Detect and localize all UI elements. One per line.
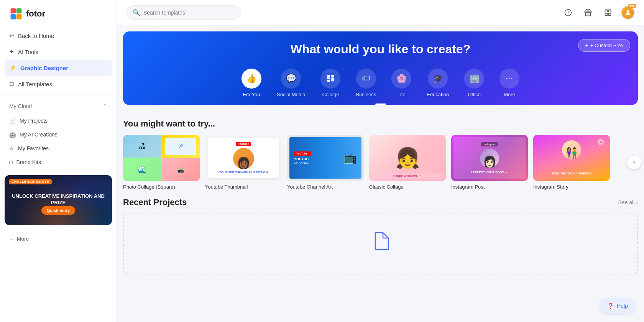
social-media-icon: 💬 bbox=[281, 69, 301, 89]
recent-projects-header: Recent Projects See all › bbox=[123, 197, 638, 207]
template-card-instagram-story[interactable]: 👫 ENGAGE YOUR AUDIENCE 🌸 Instagram Story bbox=[533, 135, 610, 190]
hero-cat-education[interactable]: 🎓 Education bbox=[419, 66, 457, 104]
template-img-youtube-thumbnail: YouTube 👩🏾 YOUTUBE THUMBNAILS DESIGN bbox=[205, 135, 282, 181]
template-label-photo-collage: Photo Collage (Square) bbox=[123, 184, 200, 190]
active-indicator-dot bbox=[375, 104, 386, 105]
search-icon: 🔍 bbox=[133, 9, 140, 16]
pro-badge: Pro bbox=[628, 4, 636, 8]
sidebar-item-my-favorites[interactable]: ☆ My Favorites bbox=[0, 141, 117, 155]
hero-cat-social-media[interactable]: 💬 Social Media bbox=[269, 66, 313, 104]
arrow-left-icon: ↩ bbox=[9, 32, 14, 39]
more-icon: ··· bbox=[499, 69, 519, 89]
sidebar-item-more[interactable]: ··· More bbox=[0, 231, 117, 246]
sidebar: fotor ↩ Back to Home ✦ AI Tools ⚡ Graphi… bbox=[0, 0, 117, 322]
grid-icon-button[interactable] bbox=[601, 6, 615, 20]
template-label-instagram-post: Instagram Post bbox=[451, 184, 528, 190]
brand-icon: □ bbox=[9, 159, 12, 165]
empty-file-icon bbox=[370, 230, 391, 255]
hero-cat-office[interactable]: 🏢 Office bbox=[457, 66, 492, 104]
gift-icon-button[interactable] bbox=[581, 6, 595, 20]
hero-title: What would you like to create? bbox=[135, 42, 626, 56]
templates-row-wrap: 🏖 🎾 🌊 📸 Photo Collage (Square) bbox=[123, 135, 638, 190]
gift-icon bbox=[584, 9, 592, 16]
sidebar-divider bbox=[0, 95, 117, 95]
recent-projects-box bbox=[123, 214, 638, 274]
sidebar-item-graphic-designer[interactable]: ⚡ Graphic Designer bbox=[5, 60, 112, 76]
svg-rect-8 bbox=[605, 10, 608, 12]
svg-rect-2 bbox=[16, 8, 22, 13]
template-card-youtube-channel-art[interactable]: YouTube YOUTUBE CHANNEL 📺 Youtube Channe… bbox=[287, 135, 364, 190]
content-area: You might want to try... 🏖 🎾 🌊 📸 bbox=[117, 111, 644, 281]
avatar-button[interactable]: Pro bbox=[621, 6, 635, 20]
more-dots-icon: ··· bbox=[9, 236, 14, 242]
svg-point-12 bbox=[627, 10, 629, 13]
search-input[interactable] bbox=[143, 10, 235, 16]
history-icon-button[interactable] bbox=[561, 6, 575, 20]
hero-banner: + + Custom Size What would you like to c… bbox=[123, 31, 638, 105]
sidebar-item-my-projects[interactable]: 📄 My Projects bbox=[0, 114, 117, 128]
sidebar-item-my-ai-creations[interactable]: 🤖 My AI Creations bbox=[0, 128, 117, 141]
promo-banner[interactable]: CHALLENGE MONTH UNLOCK CREATIVE INSPIRAT… bbox=[5, 175, 112, 225]
svg-rect-1 bbox=[11, 8, 16, 13]
template-label-youtube-thumbnail: Youtube Thumbnail bbox=[205, 184, 282, 190]
chevron-right-icon: › bbox=[636, 199, 638, 205]
template-card-instagram-post[interactable]: Instagram 👩🏻 PERFECT YOUR POST ✨ Instagr… bbox=[451, 135, 528, 190]
template-img-classic-collage: 👧 Happy Birthday! 🎂 bbox=[369, 135, 446, 181]
template-card-classic-collage[interactable]: 👧 Happy Birthday! 🎂 Classic Collage bbox=[369, 135, 446, 190]
custom-size-button[interactable]: + + Custom Size bbox=[578, 39, 631, 52]
hero-cat-for-you[interactable]: 👍 For You bbox=[234, 66, 269, 104]
svg-rect-4 bbox=[16, 14, 22, 20]
svg-rect-16 bbox=[327, 80, 330, 82]
hero-cat-more[interactable]: ··· More bbox=[492, 66, 527, 104]
hero-cat-business[interactable]: 🏷 Business bbox=[348, 66, 384, 104]
svg-rect-13 bbox=[327, 75, 330, 79]
sidebar-item-all-templates[interactable]: ⊟ All Templates bbox=[0, 76, 117, 92]
templates-row: 🏖 🎾 🌊 📸 Photo Collage (Square) bbox=[123, 135, 638, 190]
promo-title: UNLOCK CREATIVE INSPIRATION AND PRIZE bbox=[9, 193, 107, 206]
for-you-icon: 👍 bbox=[242, 69, 261, 89]
svg-rect-14 bbox=[331, 75, 334, 77]
grid-icon bbox=[604, 9, 612, 16]
template-label-youtube-channel: Youtube Channel Art bbox=[287, 184, 364, 190]
sidebar-item-brand-kits[interactable]: □ Brand Kits bbox=[0, 155, 117, 169]
search-box[interactable]: 🔍 bbox=[126, 5, 241, 20]
star-icon: ☆ bbox=[9, 145, 14, 151]
ai-icon: ✦ bbox=[9, 48, 14, 55]
svg-rect-11 bbox=[609, 13, 611, 15]
logo-area[interactable]: fotor bbox=[0, 0, 117, 28]
life-icon: 🌸 bbox=[391, 69, 411, 89]
fotor-logo-icon bbox=[9, 7, 23, 21]
template-card-photo-collage-square[interactable]: 🏖 🎾 🌊 📸 Photo Collage (Square) bbox=[123, 135, 200, 190]
hero-categories: 👍 For You 💬 Social Media Collage bbox=[135, 66, 626, 104]
see-all-button[interactable]: See all › bbox=[618, 199, 638, 205]
suggestions-title: You might want to try... bbox=[123, 119, 638, 129]
education-icon: 🎓 bbox=[428, 69, 448, 89]
template-img-instagram-post: Instagram 👩🏻 PERFECT YOUR POST ✨ bbox=[451, 135, 528, 181]
svg-rect-3 bbox=[11, 14, 16, 20]
collage-icon bbox=[320, 69, 340, 89]
topbar: 🔍 bbox=[117, 0, 644, 25]
my-cloud-section[interactable]: My Cloud ⌃ bbox=[0, 99, 117, 114]
template-label-classic-collage: Classic Collage bbox=[369, 184, 446, 190]
template-img-photo-collage: 🏖 🎾 🌊 📸 bbox=[123, 135, 200, 181]
hero-cat-life[interactable]: 🌸 Life bbox=[384, 66, 419, 104]
hero-cat-collage[interactable]: Collage bbox=[313, 66, 348, 104]
promo-button[interactable]: Quick entry bbox=[41, 206, 76, 215]
svg-rect-15 bbox=[331, 77, 334, 81]
sidebar-item-back-home[interactable]: ↩ Back to Home bbox=[0, 28, 117, 44]
chevron-up-icon: ⌃ bbox=[103, 103, 107, 109]
help-icon: ❓ bbox=[607, 303, 614, 309]
scroll-right-button[interactable]: › bbox=[627, 156, 641, 169]
sidebar-item-ai-tools[interactable]: ✦ AI Tools bbox=[0, 44, 117, 60]
robot-icon: 🤖 bbox=[9, 131, 16, 138]
template-card-youtube-thumbnail[interactable]: YouTube 👩🏾 YOUTUBE THUMBNAILS DESIGN You… bbox=[205, 135, 282, 190]
template-label-instagram-story: Instagram Story bbox=[533, 184, 610, 190]
template-img-youtube-channel: YouTube YOUTUBE CHANNEL 📺 bbox=[287, 135, 364, 181]
template-img-instagram-story: 👫 ENGAGE YOUR AUDIENCE 🌸 bbox=[533, 135, 610, 181]
office-icon: 🏢 bbox=[464, 69, 484, 89]
user-avatar bbox=[621, 6, 635, 20]
svg-rect-10 bbox=[605, 13, 608, 15]
help-button[interactable]: ❓ Help bbox=[600, 299, 635, 313]
file-icon: 📄 bbox=[9, 118, 16, 124]
logo-text: fotor bbox=[26, 9, 45, 19]
